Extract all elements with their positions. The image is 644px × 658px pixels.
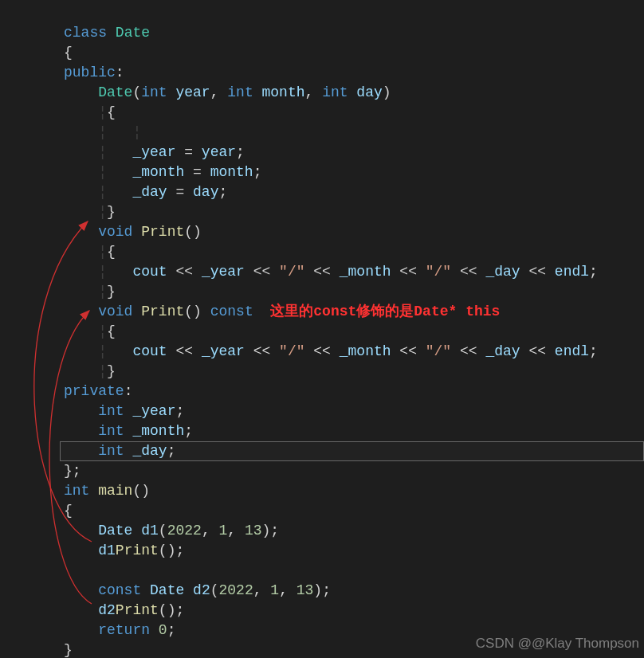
code-line: int main() xyxy=(64,483,150,499)
code-line: } xyxy=(64,642,73,658)
kw-class: class xyxy=(64,25,107,41)
code-line: ¦ cout << _year << "/" << _month << "/" … xyxy=(64,343,598,359)
code-line: ¦} xyxy=(64,284,116,300)
code-line: d2Print(); xyxy=(64,602,184,618)
code-line: public: xyxy=(64,65,124,80)
code-line: d1Print(); xyxy=(64,542,184,558)
code-line: Date(int year, int month, int day) xyxy=(64,84,391,100)
code-line: ¦ _day = day; xyxy=(64,184,227,200)
code-line: ¦ _month = month; xyxy=(64,164,261,180)
code-line: ¦ _year = year; xyxy=(64,144,245,160)
code-line: }; xyxy=(64,463,81,479)
code-line: return 0; xyxy=(64,622,175,638)
code-line: class Date xyxy=(64,25,150,41)
type-date: Date xyxy=(116,25,150,41)
code-line: const Date d2(2022, 1, 13); xyxy=(64,582,331,598)
code-line: { xyxy=(64,45,73,61)
annotation-text: 这里的const修饰的是Date* this xyxy=(270,304,500,319)
code-line: ¦{ xyxy=(64,244,116,260)
watermark: CSDN @@Klay Thompson xyxy=(476,636,639,652)
code-line: private: xyxy=(64,383,132,399)
kw-public: public xyxy=(64,65,116,80)
code-line: ¦{ xyxy=(64,104,116,120)
code-line: ¦ ¦ xyxy=(64,124,141,140)
code-line: ¦{ xyxy=(64,323,116,339)
code-line: ¦ cout << _year << "/" << _month << "/" … xyxy=(64,264,598,280)
code-line: Date d1(2022, 1, 13); xyxy=(64,523,279,539)
code-line: ¦} xyxy=(64,363,116,379)
code-line: void Print() const 这里的const修饰的是Date* thi… xyxy=(64,304,500,319)
code-line: { xyxy=(64,503,73,519)
code-editor: class Date { public: Date(int year, int … xyxy=(0,0,644,658)
code-line: ¦} xyxy=(64,204,116,220)
code-line: int _day; xyxy=(64,443,175,459)
kw-private: private xyxy=(64,383,124,399)
code-line: int _year; xyxy=(64,403,184,419)
code-line: void Print() xyxy=(64,224,202,240)
code-line: int _month; xyxy=(64,423,193,439)
